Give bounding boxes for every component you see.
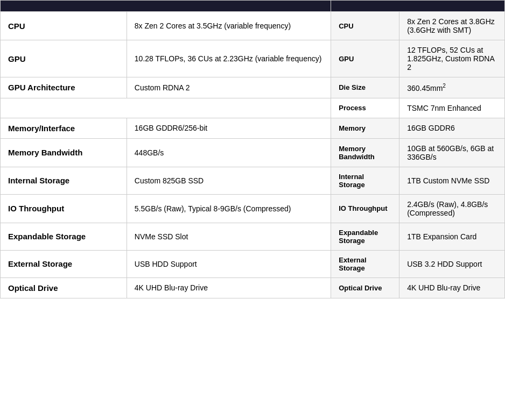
ps5-label-cell: External Storage	[1, 250, 127, 277]
xbox-value-cell: 1TB Expansion Card	[399, 223, 505, 250]
xbox-header	[331, 1, 505, 12]
xbox-label-cell: IO Throughput	[331, 194, 399, 223]
xbox-label-cell: GPU	[331, 40, 399, 77]
xbox-label-cell: Internal Storage	[331, 167, 399, 194]
ps5-value-cell: 4K UHD Blu-ray Drive	[127, 277, 331, 298]
ps5-value-cell: Custom RDNA 2	[127, 77, 331, 98]
xbox-value-cell: 2.4GB/s (Raw), 4.8GB/s (Compressed)	[399, 194, 505, 223]
table-row: Expandable StorageNVMe SSD SlotExpandabl…	[1, 223, 505, 250]
xbox-value-cell: 360.45mm2	[399, 77, 505, 98]
xbox-label-cell: CPU	[331, 12, 399, 40]
xbox-label-cell: Die Size	[331, 77, 399, 98]
ps5-label-cell: Internal Storage	[1, 167, 127, 194]
xbox-value-cell: 10GB at 560GB/s, 6GB at 336GB/s	[399, 138, 505, 167]
xbox-label-cell: Expandable Storage	[331, 223, 399, 250]
ps5-value-cell: 16GB GDDR6/256-bit	[127, 118, 331, 138]
xbox-label-cell: Process	[331, 98, 399, 118]
ps5-empty-cell	[1, 98, 331, 118]
table-row: GPU ArchitectureCustom RDNA 2Die Size360…	[1, 77, 505, 98]
ps5-label-cell: GPU	[1, 40, 127, 77]
ps5-value-cell: 5.5GB/s (Raw), Typical 8-9GB/s (Compress…	[127, 194, 331, 223]
ps5-value-cell: 8x Zen 2 Cores at 3.5GHz (variable frequ…	[127, 12, 331, 40]
xbox-value-cell: 1TB Custom NVMe SSD	[399, 167, 505, 194]
ps5-label-cell: Expandable Storage	[1, 223, 127, 250]
ps5-label-cell: Memory Bandwidth	[1, 138, 127, 167]
xbox-label-cell: Optical Drive	[331, 277, 399, 298]
table-row: CPU8x Zen 2 Cores at 3.5GHz (variable fr…	[1, 12, 505, 40]
table-row: Memory Bandwidth448GB/sMemory Bandwidth1…	[1, 138, 505, 167]
table-row: Optical Drive4K UHD Blu-ray DriveOptical…	[1, 277, 505, 298]
xbox-label-cell: External Storage	[331, 250, 399, 277]
ps5-label-cell: IO Throughput	[1, 194, 127, 223]
xbox-value-cell: USB 3.2 HDD Support	[399, 250, 505, 277]
ps5-value-cell: 10.28 TFLOPs, 36 CUs at 2.23GHz (variabl…	[127, 40, 331, 77]
xbox-value-cell: TSMC 7nm Enhanced	[399, 98, 505, 118]
ps5-value-cell: NVMe SSD Slot	[127, 223, 331, 250]
comparison-table: CPU8x Zen 2 Cores at 3.5GHz (variable fr…	[0, 0, 505, 298]
ps5-label-cell: Optical Drive	[1, 277, 127, 298]
table-row: Memory/Interface16GB GDDR6/256-bitMemory…	[1, 118, 505, 138]
xbox-label-cell: Memory Bandwidth	[331, 138, 399, 167]
ps5-label-cell: CPU	[1, 12, 127, 40]
ps5-value-cell: USB HDD Support	[127, 250, 331, 277]
xbox-value-cell: 4K UHD Blu-ray Drive	[399, 277, 505, 298]
ps5-header	[1, 1, 331, 12]
xbox-value-cell: 12 TFLOPs, 52 CUs at 1.825GHz, Custom RD…	[399, 40, 505, 77]
table-row: IO Throughput5.5GB/s (Raw), Typical 8-9G…	[1, 194, 505, 223]
xbox-value-cell: 8x Zen 2 Cores at 3.8GHz (3.6GHz with SM…	[399, 12, 505, 40]
ps5-label-cell: Memory/Interface	[1, 118, 127, 138]
xbox-label-cell: Memory	[331, 118, 399, 138]
table-row: GPU10.28 TFLOPs, 36 CUs at 2.23GHz (vari…	[1, 40, 505, 77]
xbox-value-cell: 16GB GDDR6	[399, 118, 505, 138]
ps5-value-cell: 448GB/s	[127, 138, 331, 167]
table-row: Internal StorageCustom 825GB SSDInternal…	[1, 167, 505, 194]
table-row: ProcessTSMC 7nm Enhanced	[1, 98, 505, 118]
ps5-value-cell: Custom 825GB SSD	[127, 167, 331, 194]
table-row: External StorageUSB HDD SupportExternal …	[1, 250, 505, 277]
ps5-label-cell: GPU Architecture	[1, 77, 127, 98]
